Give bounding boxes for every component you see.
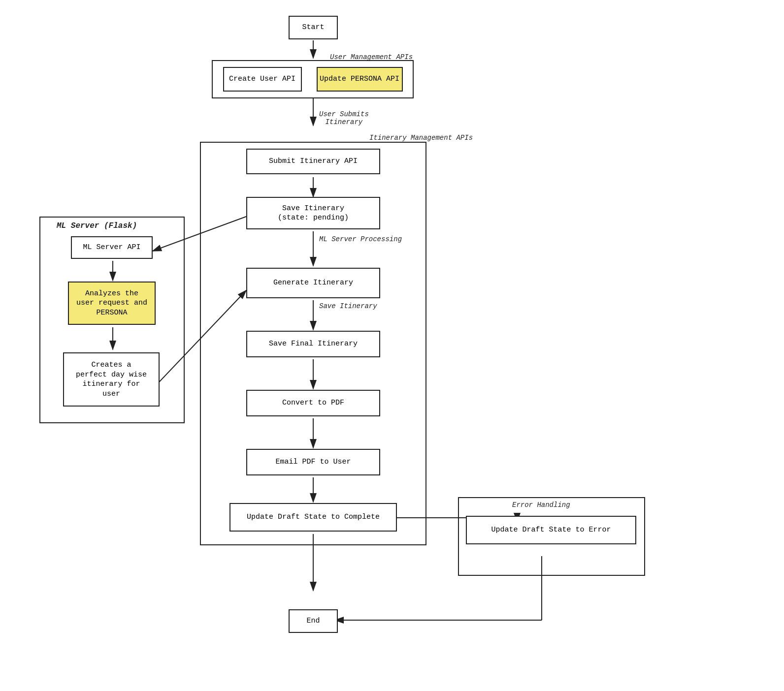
generate-itinerary-node: Generate Itinerary	[246, 268, 380, 298]
itinerary-management-apis-label: Itinerary Management APIs	[369, 134, 473, 142]
creates-itinerary-node: Creates a perfect day wise itinerary for…	[63, 352, 160, 407]
create-user-api-node: Create User API	[223, 67, 302, 92]
end-node: End	[289, 609, 338, 633]
email-pdf-node: Email PDF to User	[246, 449, 380, 475]
user-management-container: Create User API Update PERSONA API	[212, 60, 414, 98]
ml-server-processing-label: ML Server Processing	[319, 235, 402, 243]
ml-server-api-node: ML Server API	[71, 236, 153, 259]
start-node: Start	[289, 16, 338, 39]
save-itinerary-label: Save Itinerary	[319, 302, 377, 310]
update-persona-api-node: Update PERSONA API	[317, 67, 403, 92]
convert-to-pdf-node: Convert to PDF	[246, 390, 380, 416]
save-final-itinerary-node: Save Final Itinerary	[246, 331, 380, 357]
update-draft-error-node: Update Draft State to Error	[466, 516, 636, 544]
error-handling-label: Error Handling	[512, 501, 570, 509]
submit-itinerary-api-node: Submit Itinerary API	[246, 149, 380, 174]
ml-server-flask-label: ML Server (Flask)	[57, 221, 137, 230]
diagram: Start User Management APIs Create User A…	[0, 0, 784, 691]
update-draft-complete-node: Update Draft State to Complete	[229, 503, 397, 532]
save-itinerary-pending-node: Save Itinerary (state: pending)	[246, 197, 380, 229]
analyzes-node: Analyzes the user request and PERSONA	[68, 282, 156, 325]
user-submits-itinerary-label: User Submits Itinerary	[319, 102, 369, 126]
